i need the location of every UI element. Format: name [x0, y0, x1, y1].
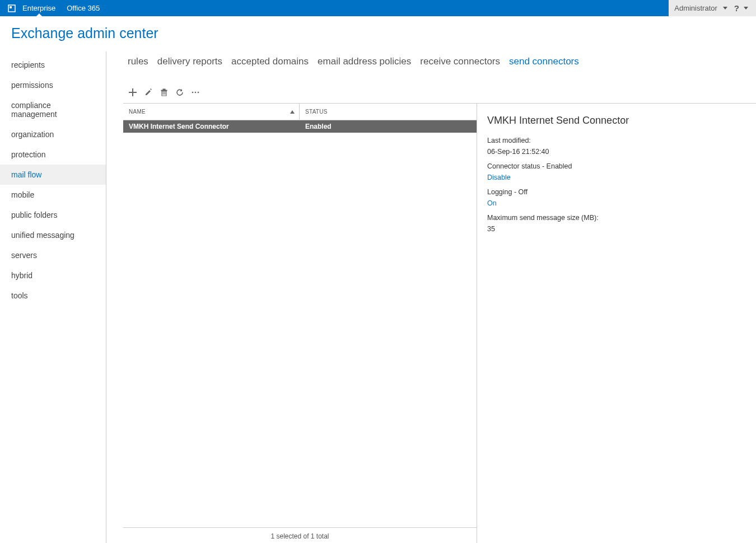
sidebar: recipients permissions compliance manage…: [0, 52, 106, 543]
cell-status: Enabled: [300, 123, 477, 130]
tab-label: receive connectors: [420, 56, 500, 67]
topbar-tab-office365[interactable]: Office 365: [61, 0, 105, 16]
delete-button[interactable]: [159, 87, 169, 97]
max-size-value: 35: [487, 225, 746, 233]
connector-status: Connector status - Enabled: [487, 162, 746, 170]
table-row[interactable]: VMKH Internet Send Connector Enabled: [123, 120, 477, 133]
disable-link[interactable]: Disable: [487, 174, 746, 181]
max-size-label: Maximum send message size (MB):: [487, 214, 746, 222]
sidebar-item-public-folders[interactable]: public folders: [0, 205, 106, 225]
tab-receive-connectors[interactable]: receive connectors: [420, 56, 500, 67]
refresh-button[interactable]: [175, 87, 185, 97]
list-header: NAME STATUS: [123, 104, 477, 120]
tab-label: send connectors: [509, 56, 579, 67]
column-header-status[interactable]: STATUS: [300, 109, 477, 115]
sidebar-item-label: compliance management: [11, 101, 57, 119]
sidebar-item-label: mobile: [11, 190, 34, 199]
sidebar-item-mobile[interactable]: mobile: [0, 185, 106, 205]
logging-on-link[interactable]: On: [487, 199, 746, 207]
selection-status: 1 selected of 1 total: [270, 532, 329, 540]
sidebar-item-permissions[interactable]: permissions: [0, 75, 106, 95]
sort-asc-icon: [290, 110, 295, 114]
sidebar-item-label: mail flow: [11, 170, 41, 179]
tabs: rules delivery reports accepted domains …: [123, 52, 756, 84]
caret-down-icon[interactable]: [744, 7, 748, 10]
tab-label: accepted domains: [231, 56, 309, 67]
add-button[interactable]: [128, 87, 138, 97]
last-modified-label: Last modified:: [487, 137, 746, 144]
cell-name: VMKH Internet Send Connector: [123, 123, 300, 130]
sidebar-item-organization[interactable]: organization: [0, 124, 106, 144]
tab-label: email address policies: [318, 56, 411, 67]
tab-label: rules: [128, 56, 148, 67]
list-body: VMKH Internet Send Connector Enabled: [123, 120, 477, 527]
content: rules delivery reports accepted domains …: [106, 52, 756, 543]
sidebar-item-mail-flow[interactable]: mail flow: [0, 165, 106, 185]
sidebar-item-label: permissions: [11, 81, 53, 90]
sidebar-item-label: unified messaging: [11, 231, 74, 240]
list-footer: 1 selected of 1 total: [123, 527, 477, 543]
tab-rules[interactable]: rules: [128, 56, 148, 67]
help-icon[interactable]: ?: [734, 3, 739, 13]
sidebar-item-label: organization: [11, 130, 54, 139]
details-title: VMKH Internet Send Connector: [487, 115, 746, 127]
svg-rect-1: [10, 6, 12, 8]
edit-button[interactable]: [143, 87, 153, 97]
topbar-tab-enterprise[interactable]: Enterprise: [17, 0, 61, 16]
svg-point-3: [195, 92, 197, 93]
sidebar-item-compliance-management[interactable]: compliance management: [0, 95, 106, 124]
sidebar-item-recipients[interactable]: recipients: [0, 55, 106, 75]
column-label: NAME: [129, 109, 146, 115]
tab-send-connectors[interactable]: send connectors: [509, 56, 579, 67]
more-button[interactable]: [190, 87, 200, 97]
sidebar-item-label: protection: [11, 150, 45, 159]
sidebar-item-label: public folders: [11, 210, 58, 219]
toolbar: [123, 84, 756, 103]
sidebar-item-tools[interactable]: tools: [0, 285, 106, 306]
office-logo-icon: [7, 3, 17, 13]
tab-label: delivery reports: [157, 56, 222, 67]
top-bar: Enterprise Office 365 Administrator ?: [0, 0, 756, 16]
logging-status: Logging - Off: [487, 188, 746, 196]
last-modified-value: 06-Sep-16 21:52:40: [487, 148, 746, 156]
admin-label: Administrator: [674, 4, 717, 12]
column-label: STATUS: [305, 109, 328, 115]
topbar-tab-label: Office 365: [67, 4, 100, 12]
tab-delivery-reports[interactable]: delivery reports: [157, 56, 222, 67]
sidebar-item-label: recipients: [11, 60, 45, 69]
sidebar-item-unified-messaging[interactable]: unified messaging: [0, 225, 106, 245]
sidebar-item-label: servers: [11, 251, 37, 260]
sidebar-item-label: hybrid: [11, 271, 32, 280]
caret-down-icon[interactable]: [723, 7, 727, 10]
svg-point-2: [192, 92, 194, 93]
main: recipients permissions compliance manage…: [0, 52, 756, 543]
column-header-name[interactable]: NAME: [123, 104, 300, 120]
svg-point-4: [198, 92, 199, 93]
sidebar-item-servers[interactable]: servers: [0, 245, 106, 265]
list-pane: NAME STATUS VMKH Internet Send Connector…: [123, 104, 477, 543]
split-pane: NAME STATUS VMKH Internet Send Connector…: [123, 103, 756, 543]
details-pane: VMKH Internet Send Connector Last modifi…: [477, 104, 756, 543]
sidebar-item-protection[interactable]: protection: [0, 144, 106, 165]
tab-email-address-policies[interactable]: email address policies: [318, 56, 411, 67]
page-title: Exchange admin center: [0, 16, 756, 52]
admin-menu[interactable]: Administrator: [674, 4, 717, 12]
sidebar-item-hybrid[interactable]: hybrid: [0, 265, 106, 285]
topbar-tab-label: Enterprise: [22, 4, 55, 12]
topbar-right: Administrator ?: [669, 0, 756, 16]
tab-accepted-domains[interactable]: accepted domains: [231, 56, 309, 67]
sidebar-item-label: tools: [11, 291, 28, 300]
